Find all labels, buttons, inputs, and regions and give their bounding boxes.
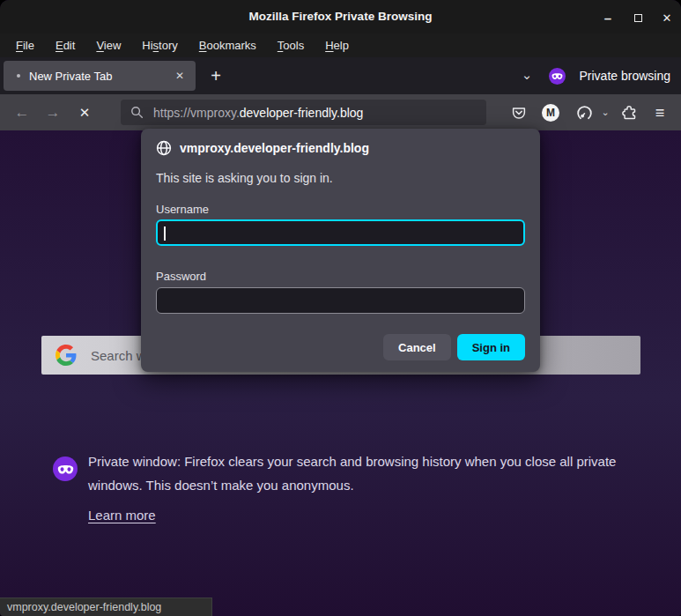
window-title: Mozilla Firefox Private Browsing (0, 0, 681, 33)
extensions-button[interactable] (618, 101, 640, 124)
auth-dialog-buttons: Cancel Sign in (383, 334, 525, 360)
learn-more-link[interactable]: Learn more (88, 508, 156, 523)
auth-dialog-message: This site is asking you to sign in. (156, 171, 333, 185)
list-all-tabs-button[interactable]: ⌄ (515, 63, 538, 87)
text-caret (164, 226, 166, 241)
password-input[interactable] (156, 287, 525, 314)
tab-label: New Private Tab (29, 70, 112, 83)
minimize-button[interactable]: – (598, 8, 618, 27)
menu-history[interactable]: History (133, 36, 186, 55)
private-browsing-badge (549, 68, 566, 85)
username-input[interactable] (156, 219, 525, 246)
new-tab-button[interactable]: + (204, 63, 228, 88)
username-field-wrap (156, 219, 525, 248)
search-icon (130, 106, 144, 119)
globe-icon (156, 140, 172, 156)
close-icon: ✕ (662, 11, 672, 25)
extension-m-button[interactable]: M (539, 101, 562, 124)
menubar: File Edit View History Bookmarks Tools H… (0, 33, 681, 57)
tab-new-private-tab[interactable]: New Private Tab ✕ (4, 61, 196, 91)
maximize-icon (634, 14, 642, 22)
auth-dialog-header: vmproxy.developer-friendly.blog (156, 140, 369, 156)
auth-dialog-host: vmproxy.developer-friendly.blog (180, 141, 369, 155)
back-button[interactable]: ← (9, 100, 35, 125)
titlebar: Mozilla Firefox Private Browsing – ✕ (0, 0, 681, 33)
minimize-icon: – (604, 11, 611, 26)
navigation-bar: ← → ✕ https://vmproxy.developer-friendly… (0, 94, 681, 130)
private-window-notice: Private window: Firefox clears your sear… (53, 449, 634, 497)
pocket-button[interactable] (507, 101, 530, 124)
url-text: https://vmproxy.developer-friendly.blog (153, 106, 363, 120)
maximize-button[interactable] (628, 8, 648, 27)
gauge-extension-button[interactable] (573, 101, 596, 124)
firefox-window: Mozilla Firefox Private Browsing – ✕ Fil… (0, 0, 681, 616)
puzzle-icon (621, 105, 637, 121)
cancel-button[interactable]: Cancel (383, 334, 451, 360)
status-tooltip: vmproxy.developer-friendly.blog (0, 597, 212, 616)
private-browsing-label: Private browsing (580, 57, 671, 94)
menu-help[interactable]: Help (316, 36, 358, 55)
url-domain: developer-friendly.blog (240, 106, 364, 120)
username-label: Username (156, 203, 209, 216)
sign-in-button[interactable]: Sign in (457, 334, 525, 360)
auth-dialog: vmproxy.developer-friendly.blog This sit… (141, 129, 540, 372)
menu-edit[interactable]: Edit (47, 36, 84, 55)
stop-button[interactable]: ✕ (71, 100, 98, 125)
gauge-icon (576, 105, 593, 122)
extension-m-icon: M (542, 104, 559, 122)
chevron-down-icon: ⌄ (522, 67, 533, 83)
tab-bar: New Private Tab ✕ + ⌄ Private browsing (0, 57, 681, 94)
gauge-dropdown-chevron-icon[interactable]: ⌄ (599, 107, 611, 118)
menu-bookmarks[interactable]: Bookmarks (190, 36, 265, 55)
tab-loading-dot-icon (17, 74, 20, 78)
hamburger-menu-icon: ≡ (655, 104, 665, 122)
menu-file[interactable]: File (7, 36, 43, 55)
app-menu-button[interactable]: ≡ (648, 101, 671, 124)
search-placeholder-text: Search wi (91, 348, 149, 363)
mask-icon (551, 72, 563, 80)
menu-view[interactable]: View (87, 36, 130, 55)
password-label: Password (156, 270, 206, 283)
google-logo-icon (56, 345, 77, 366)
mask-icon (57, 464, 74, 475)
forward-button[interactable]: → (40, 100, 66, 125)
menu-tools[interactable]: Tools (269, 36, 313, 55)
url-scheme-host: https://vmproxy. (153, 106, 240, 120)
private-mask-badge (53, 456, 78, 481)
url-bar[interactable]: https://vmproxy.developer-friendly.blog (121, 100, 486, 125)
pocket-icon (511, 106, 527, 121)
tab-close-button[interactable]: ✕ (171, 67, 189, 85)
close-window-button[interactable]: ✕ (657, 8, 677, 27)
private-window-notice-text: Private window: Firefox clears your sear… (88, 449, 630, 497)
